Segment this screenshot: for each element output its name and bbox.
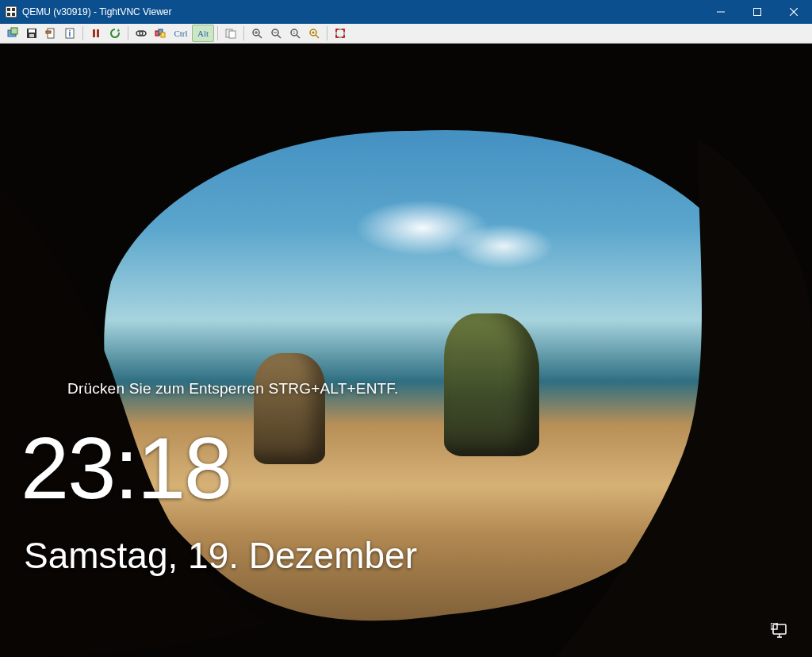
svg-rect-19 bbox=[97, 29, 99, 37]
svg-line-38 bbox=[316, 35, 319, 38]
app-icon bbox=[5, 6, 17, 18]
svg-rect-3 bbox=[7, 13, 10, 16]
remote-display[interactable]: Drücken Sie zum Entsperren STRG+ALT+ENTF… bbox=[0, 44, 812, 657]
minimize-button[interactable] bbox=[703, 0, 739, 24]
zoom-out-icon[interactable] bbox=[266, 25, 285, 42]
svg-text:1: 1 bbox=[293, 30, 296, 35]
toolbar-separator bbox=[128, 26, 128, 40]
vnc-toolbar: i Ctrl Alt 1 bbox=[0, 24, 812, 44]
svg-rect-2 bbox=[12, 8, 15, 11]
lockscreen-time: 23:18 bbox=[21, 425, 231, 512]
zoom-100-icon[interactable]: 1 bbox=[285, 25, 304, 42]
new-connection-icon[interactable] bbox=[3, 25, 22, 42]
svg-line-28 bbox=[259, 35, 262, 38]
maximize-button[interactable] bbox=[739, 0, 776, 24]
send-ctrl-esc-icon[interactable] bbox=[151, 25, 170, 42]
svg-line-35 bbox=[297, 35, 300, 38]
svg-rect-12 bbox=[29, 29, 35, 33]
svg-rect-26 bbox=[229, 31, 236, 38]
zoom-auto-icon[interactable] bbox=[304, 25, 324, 42]
toolbar-separator bbox=[82, 26, 83, 40]
refresh-icon[interactable] bbox=[105, 25, 124, 42]
svg-rect-24 bbox=[161, 33, 165, 37]
send-cad-icon[interactable] bbox=[132, 25, 151, 42]
svg-line-32 bbox=[278, 35, 281, 38]
svg-rect-40 bbox=[336, 29, 344, 37]
svg-rect-15 bbox=[46, 31, 51, 33]
toolbar-separator bbox=[243, 26, 244, 40]
unlock-hint-text: Drücken Sie zum Entsperren STRG+ALT+ENTF… bbox=[67, 380, 399, 398]
svg-rect-4 bbox=[12, 13, 15, 16]
lockscreen-date: Samstag, 19. Dezember bbox=[24, 534, 417, 577]
svg-rect-13 bbox=[29, 34, 34, 37]
options-icon[interactable] bbox=[41, 25, 60, 42]
alt-key-button[interactable]: Alt bbox=[192, 25, 214, 42]
toolbar-separator bbox=[327, 26, 327, 40]
svg-rect-6 bbox=[754, 9, 761, 16]
zoom-in-icon[interactable] bbox=[247, 25, 266, 42]
toolbar-separator bbox=[217, 26, 218, 40]
svg-rect-1 bbox=[7, 8, 10, 11]
svg-point-39 bbox=[312, 32, 315, 34]
network-icon[interactable] bbox=[771, 623, 790, 639]
save-icon[interactable] bbox=[22, 25, 41, 42]
close-button[interactable] bbox=[776, 0, 812, 24]
file-transfer-icon[interactable] bbox=[221, 25, 240, 42]
fullscreen-icon[interactable] bbox=[331, 25, 350, 42]
svg-rect-10 bbox=[11, 28, 17, 34]
svg-text:i: i bbox=[69, 29, 71, 38]
window-title: QEMU (v30919) - TightVNC Viewer bbox=[22, 6, 703, 17]
ctrl-key-button[interactable]: Ctrl bbox=[170, 25, 192, 42]
titlebar: QEMU (v30919) - TightVNC Viewer bbox=[0, 0, 812, 24]
svg-rect-18 bbox=[93, 29, 95, 37]
pause-icon[interactable] bbox=[86, 25, 105, 42]
lockscreen-overlay[interactable]: Drücken Sie zum Entsperren STRG+ALT+ENTF… bbox=[0, 44, 812, 657]
connection-info-icon[interactable]: i bbox=[60, 25, 79, 42]
